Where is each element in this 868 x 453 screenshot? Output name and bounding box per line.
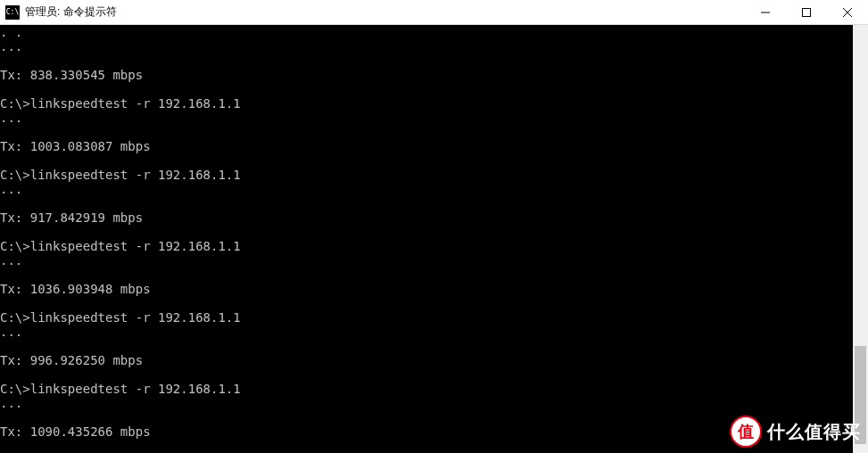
titlebar-left: C:\ 管理员: 命令提示符 <box>5 4 117 20</box>
window-controls <box>745 0 868 24</box>
terminal-container: . . ... Tx: 838.330545 mbps C:\>linkspee… <box>0 25 868 453</box>
close-icon <box>843 8 852 17</box>
cmd-icon: C:\ <box>5 5 20 20</box>
minimize-icon <box>761 8 770 17</box>
terminal-output[interactable]: . . ... Tx: 838.330545 mbps C:\>linkspee… <box>0 25 853 453</box>
watermark-text: 什么值得买 <box>767 420 861 444</box>
window-title: 管理员: 命令提示符 <box>25 4 117 20</box>
close-button[interactable] <box>827 0 868 25</box>
watermark: 值 什么值得买 <box>730 416 861 448</box>
titlebar: C:\ 管理员: 命令提示符 <box>0 0 868 25</box>
minimize-button[interactable] <box>745 0 786 25</box>
scrollbar[interactable] <box>853 25 868 453</box>
watermark-badge: 值 <box>730 416 762 448</box>
maximize-icon <box>802 8 811 17</box>
maximize-button[interactable] <box>786 0 827 25</box>
svg-rect-1 <box>803 9 811 17</box>
